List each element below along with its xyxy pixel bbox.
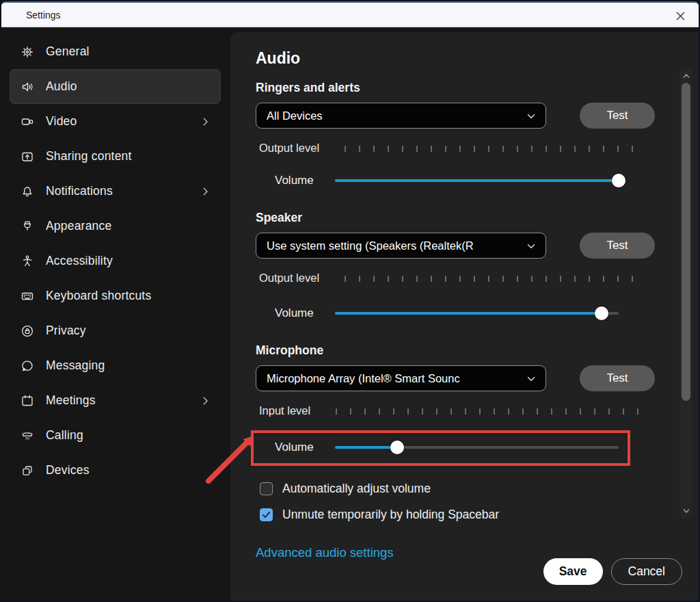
chevron-down-icon — [525, 373, 537, 385]
sidebar-item-general[interactable]: General — [10, 34, 221, 69]
settings-window: Settings GeneralAudioVideoSharing conten… — [0, 0, 700, 602]
sidebar-item-accessibility[interactable]: Accessibility — [10, 244, 221, 278]
cancel-button[interactable]: Cancel — [611, 558, 682, 585]
output-level-meter — [332, 146, 645, 152]
speaker-volume-slider[interactable] — [335, 306, 619, 320]
chat-bubble-icon — [21, 359, 34, 373]
ringers-section: Ringers and alerts All Devices Test Outp… — [256, 79, 655, 191]
volume-label: Volume — [275, 441, 317, 454]
sidebar-item-label: General — [46, 44, 90, 59]
sidebar-item-label: Notifications — [46, 184, 113, 198]
microphone-volume-slider[interactable] — [335, 441, 619, 454]
scroll-down-button[interactable] — [679, 505, 692, 517]
check-icon — [262, 510, 271, 519]
auto-adjust-volume-row: Automatically adjust volume — [256, 480, 655, 497]
dropdown-value: All Devices — [267, 109, 323, 122]
section-heading: Ringers and alerts — [256, 79, 655, 96]
sidebar-item-label: Appearance — [46, 219, 111, 233]
scrollbar-thumb[interactable] — [682, 83, 690, 401]
sidebar-item-audio[interactable]: Audio — [10, 69, 221, 104]
checkbox-label: Unmute temporarily by holding Spacebar — [282, 508, 499, 522]
slider-thumb[interactable] — [390, 441, 404, 454]
chevron-up-icon — [682, 72, 690, 80]
keyboard-icon — [21, 289, 34, 303]
ringers-device-dropdown[interactable]: All Devices — [256, 103, 546, 129]
section-heading: Speaker — [256, 209, 655, 226]
sidebar-item-label: Video — [46, 114, 77, 129]
scroll-up-button[interactable] — [679, 70, 692, 82]
speaker-section: Speaker Use system setting (Speakers (Re… — [256, 209, 655, 324]
privacy-lock-icon — [21, 324, 34, 338]
advanced-audio-settings-link[interactable]: Advanced audio settings — [256, 545, 394, 560]
slider-thumb[interactable] — [612, 174, 625, 187]
sidebar-item-sharing-content[interactable]: Sharing content — [10, 139, 221, 174]
chevron-right-icon — [200, 186, 211, 197]
chevron-right-icon — [200, 116, 211, 127]
sidebar-item-devices[interactable]: Devices — [10, 453, 221, 488]
ringers-test-button[interactable]: Test — [580, 103, 655, 129]
sidebar-item-label: Calling — [46, 428, 83, 443]
sidebar-item-meetings[interactable]: Meetings — [10, 383, 221, 418]
output-level-meter — [332, 276, 645, 282]
sidebar-item-appearance[interactable]: Appearance — [10, 209, 221, 244]
sidebar-item-label: Audio — [46, 79, 77, 94]
sidebar-item-notifications[interactable]: Notifications — [10, 174, 221, 209]
ringers-volume-slider[interactable] — [335, 174, 619, 187]
phone-icon — [21, 429, 34, 443]
sidebar-item-label: Accessibility — [46, 254, 113, 268]
sidebar-item-label: Keyboard shortcuts — [46, 289, 151, 303]
volume-label: Volume — [275, 174, 317, 187]
slider-thumb[interactable] — [595, 306, 608, 320]
chevron-down-icon — [682, 507, 690, 515]
chevron-down-icon — [525, 240, 537, 252]
bell-icon — [21, 185, 34, 198]
chevron-right-icon — [200, 395, 211, 406]
sidebar-item-keyboard-shortcuts[interactable]: Keyboard shortcuts — [10, 278, 221, 313]
input-level-label: Input level — [259, 404, 310, 417]
close-icon — [675, 11, 686, 21]
sidebar-item-video[interactable]: Video — [10, 104, 221, 139]
section-heading: Microphone — [256, 342, 655, 358]
sidebar-item-calling[interactable]: Calling — [10, 418, 221, 453]
dropdown-value: Use system setting (Speakers (Realtek(R — [267, 239, 474, 252]
sidebar-item-label: Devices — [46, 463, 90, 477]
page-title: Audio — [256, 48, 655, 68]
auto-adjust-volume-checkbox[interactable] — [260, 482, 273, 495]
sidebar-item-label: Sharing content — [46, 149, 132, 163]
settings-sidebar: GeneralAudioVideoSharing contentNotifica… — [1, 29, 230, 601]
sidebar-item-privacy[interactable]: Privacy — [10, 313, 221, 348]
gear-icon — [21, 45, 34, 59]
checkbox-label: Automatically adjust volume — [282, 482, 431, 496]
speaker-icon — [21, 80, 34, 94]
microphone-test-button[interactable]: Test — [580, 365, 655, 391]
microphone-section: Microphone Microphone Array (Intel® Smar… — [256, 342, 655, 458]
sidebar-item-label: Meetings — [46, 393, 96, 408]
volume-label: Volume — [275, 306, 317, 320]
output-level-label: Output level — [259, 272, 319, 285]
sidebar-item-label: Privacy — [46, 324, 86, 338]
devices-icon — [21, 464, 34, 477]
speaker-device-dropdown[interactable]: Use system setting (Speakers (Realtek(R — [256, 233, 546, 259]
speaker-test-button[interactable]: Test — [580, 233, 655, 259]
sidebar-item-label: Messaging — [46, 358, 105, 373]
video-camera-icon — [21, 115, 34, 129]
window-titlebar: Settings — [1, 1, 699, 27]
output-level-label: Output level — [259, 142, 319, 155]
microphone-device-dropdown[interactable]: Microphone Array (Intel® Smart Sounc — [256, 365, 546, 391]
accessibility-person-icon — [21, 254, 34, 268]
input-level-meter — [323, 408, 645, 415]
scrollbar[interactable] — [679, 68, 692, 519]
paintbrush-icon — [21, 220, 34, 233]
unmute-spacebar-checkbox[interactable] — [260, 508, 273, 521]
sidebar-item-messaging[interactable]: Messaging — [10, 348, 221, 383]
close-button[interactable] — [670, 5, 690, 26]
chevron-down-icon — [525, 110, 537, 122]
unmute-spacebar-row: Unmute temporarily by holding Spacebar — [256, 506, 655, 523]
share-screen-icon — [21, 150, 34, 163]
audio-settings-panel: Audio Ringers and alerts All Devices Tes… — [230, 32, 699, 601]
window-title: Settings — [26, 10, 61, 21]
calendar-icon — [21, 394, 34, 408]
save-button[interactable]: Save — [543, 558, 603, 585]
dropdown-value: Microphone Array (Intel® Smart Sounc — [267, 372, 460, 385]
